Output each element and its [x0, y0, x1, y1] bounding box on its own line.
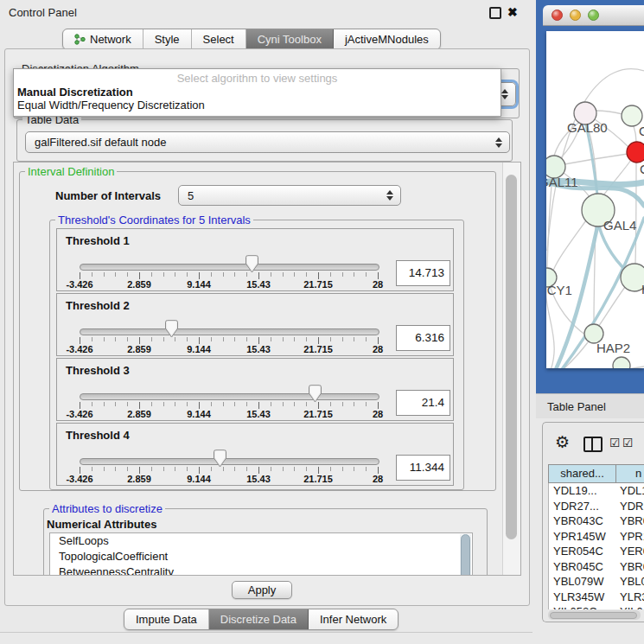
threshold-1-handle[interactable] [245, 255, 258, 273]
tick-mark [318, 467, 319, 474]
attribute-item-betweennesscentrality[interactable]: BetweennessCentrality [50, 564, 472, 576]
threshold-slider-track[interactable] [80, 393, 379, 400]
algorithm-option-equal-width-frequency-discretization[interactable]: Equal Width/Frequency Discretization [14, 99, 501, 112]
threshold-2-handle[interactable] [165, 320, 178, 338]
table-cell: YBR0 [615, 514, 644, 527]
threshold-2-value[interactable]: 6.316 [396, 325, 450, 351]
threshold-4-value[interactable]: 11.344 [396, 455, 450, 481]
tick-mark [354, 337, 354, 341]
column-header-shared[interactable]: shared... [549, 465, 616, 482]
table-cell: YDL1 [615, 484, 644, 497]
tick-mark [115, 272, 116, 277]
tab-impute-data[interactable]: Impute Data [124, 609, 209, 629]
tick-mark [378, 337, 379, 344]
network-node-c[interactable] [627, 142, 644, 163]
settings-scroll-area: Interval Definition Number of Intervals … [13, 162, 521, 576]
table-row[interactable]: YIL052CYIL0 [549, 604, 644, 609]
table-row[interactable]: YBL079WYBL0 [549, 574, 644, 590]
tab-network[interactable]: Network [63, 29, 143, 49]
tick-mark [306, 467, 307, 471]
tab-select[interactable]: Select [192, 29, 246, 49]
float-window-icon[interactable] [489, 7, 501, 19]
network-node-h[interactable] [621, 264, 644, 291]
table-row[interactable]: YDL19...YDL1 [549, 483, 644, 499]
tick-mark [199, 467, 200, 474]
algorithm-dropdown-hint: Select algorithm to view settings [14, 69, 501, 86]
threshold-slider-track[interactable] [80, 328, 379, 335]
threshold-1-value[interactable]: 14.713 [396, 260, 450, 286]
tab-jactivemnodules[interactable]: jActiveMNodules [334, 29, 440, 49]
tab-label: Cyni Toolbox [258, 33, 322, 46]
network-node-partial[interactable] [613, 357, 630, 374]
threshold-4-handle[interactable] [214, 450, 226, 468]
attributes-scrollbar-thumb[interactable] [461, 534, 470, 576]
checkbox-checked-icon[interactable]: ☑ [609, 436, 621, 450]
scale-label: 2.859 [127, 344, 151, 354]
tick-mark [223, 272, 224, 277]
tab-style[interactable]: Style [143, 29, 192, 49]
table-cell: YBL079W [549, 575, 615, 588]
table-panel-title: Table Panel [547, 400, 606, 413]
attributes-scrollbar[interactable] [460, 534, 471, 576]
number-of-intervals-value: 5 [188, 189, 194, 202]
tick-mark [163, 337, 164, 341]
network-icon [74, 34, 86, 45]
network-graph: GAL80GCGAL11GAL4GCY1HHAP2 [536, 0, 644, 394]
algorithm-dropdown-popup: Select algorithm to view settings Manual… [13, 68, 501, 117]
table-cell: YBR043C [549, 514, 615, 527]
number-of-intervals-select[interactable]: 5 [178, 185, 401, 206]
checkbox-checked-icon[interactable]: ☑ [622, 436, 634, 450]
threshold-3-handle[interactable] [309, 385, 322, 403]
tick-mark [127, 272, 128, 277]
main-panel: Discretization Algorithm Select algorith… [4, 48, 530, 606]
scale-label: -3.426 [66, 474, 92, 484]
divider [0, 632, 532, 633]
tab-discretize-data[interactable]: Discretize Data [209, 609, 309, 629]
close-icon[interactable]: ✖ [507, 6, 518, 18]
table-row[interactable]: YDR27...YDR2 [549, 499, 644, 514]
attributes-group-title: Attributes to discretize [49, 502, 165, 515]
tick-mark [80, 272, 80, 279]
column-header-n[interactable]: n [616, 465, 644, 482]
tick-mark [211, 272, 212, 277]
network-node-label: GAL11 [539, 175, 578, 189]
apply-button[interactable]: Apply [232, 581, 292, 599]
tick-mark [92, 402, 92, 406]
tick-mark [330, 467, 331, 471]
attribute-item-selfloops[interactable]: SelfLoops [50, 533, 472, 549]
main-scrollbar[interactable] [502, 163, 520, 575]
tick-mark [104, 272, 105, 277]
network-node-label: G [639, 124, 644, 138]
split-columns-icon[interactable] [583, 437, 603, 452]
threshold-3-value[interactable]: 21.4 [396, 390, 450, 416]
main-scrollbar-thumb[interactable] [506, 175, 517, 539]
tab-label: Select [203, 33, 234, 46]
algorithm-option-manual-discretization[interactable]: Manual Discretization [14, 86, 501, 99]
tick-mark [115, 467, 116, 471]
table-hscrollbar[interactable] [548, 610, 641, 620]
table-cell: YDR2 [615, 500, 644, 513]
network-edge [545, 367, 644, 385]
attribute-item-topologicalcoefficient[interactable]: TopologicalCoefficient [50, 549, 472, 564]
table-row[interactable]: YBR043CYBR0 [549, 513, 644, 529]
table-rows: YDL19...YDL1YDR27...YDR2YBR043CYBR0YPR14… [548, 483, 644, 609]
scale-label: 9.144 [187, 344, 211, 354]
scale-label: 28 [373, 474, 383, 484]
threshold-slider-track[interactable] [80, 458, 379, 465]
table-hscrollbar-thumb[interactable] [550, 612, 637, 619]
threshold-panel-3: Threshold 3-3.4262.8599.14415.4321.71528… [56, 358, 454, 421]
table-row[interactable]: YER054CYER0 [549, 544, 644, 559]
table-row[interactable]: YBR045CYBR0 [549, 559, 644, 575]
tab-cyni-toolbox[interactable]: Cyni Toolbox [246, 29, 334, 49]
tick-mark [163, 467, 164, 471]
scale-label: 28 [373, 279, 383, 290]
tab-infer-network[interactable]: Infer Network [309, 609, 398, 629]
table-data-select[interactable]: galFiltered.sif default node [25, 131, 510, 153]
table-row[interactable]: YPR145WYPR1 [549, 529, 644, 545]
top-tab-bar: NetworkStyleSelectCyni ToolboxjActiveMNo… [62, 29, 441, 50]
table-row[interactable]: YLR345WYLR3 [549, 590, 644, 605]
tick-mark [211, 337, 212, 341]
tick-mark [306, 402, 307, 406]
gear-icon[interactable]: ⚙ [555, 432, 570, 452]
threshold-slider-track[interactable] [80, 264, 379, 271]
